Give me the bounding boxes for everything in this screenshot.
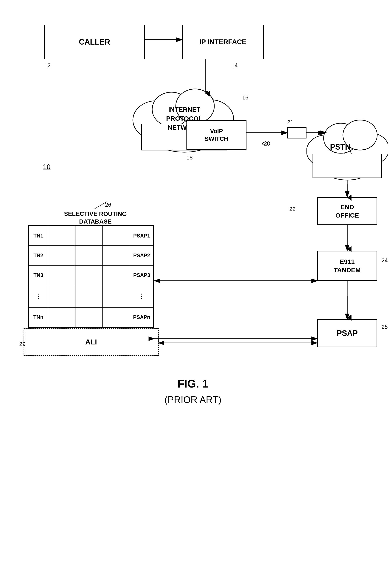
psap-ali-arrow	[21, 334, 332, 352]
srdb-title: SELECTIVE ROUTINGDATABASE	[36, 210, 154, 226]
tn1-cell: TN1	[29, 226, 48, 246]
empty2b	[75, 246, 102, 265]
square-to-pstn-arrow	[307, 130, 330, 137]
figure-sub: (PRIOR ART)	[120, 394, 266, 405]
endoffice-to-e911-arrow	[343, 225, 351, 253]
tn2-cell: TN2	[29, 246, 48, 265]
empty2a	[48, 246, 75, 265]
psap-label: PSAP	[337, 328, 358, 339]
table-row: TN2 PSAP2	[29, 246, 154, 265]
ip-to-cloud-arrow	[201, 59, 210, 98]
gateway-ref: 21	[287, 119, 294, 126]
end-office-ref: 22	[289, 206, 295, 212]
caller-box: CALLER	[44, 25, 145, 59]
tnn-cell: TNn	[29, 307, 48, 327]
ip-interface-box: IP INTERFACE	[182, 25, 264, 59]
empty1b	[75, 226, 102, 246]
caller-label: CALLER	[79, 37, 110, 47]
voip-switch-box: VoIPSWITCH	[186, 120, 246, 150]
internet-network-ref: 16	[242, 94, 248, 101]
pstn-label: PSTN	[330, 142, 351, 152]
caller-ref: 12	[44, 62, 51, 69]
emptynb	[75, 307, 102, 327]
table-row: TN1 PSAP1	[29, 226, 154, 246]
svg-rect-26	[313, 154, 381, 178]
caller-ref-text: 12	[44, 62, 51, 69]
table-row: TNn PSAPn	[29, 307, 154, 327]
end-office-label: ENDOFFICE	[336, 203, 359, 219]
psapn-cell: PSAPn	[130, 307, 154, 327]
ip-interface-ref: 14	[231, 62, 238, 69]
e911-tandem-label: E911TANDEM	[334, 257, 361, 274]
diagram-ref: 10	[43, 163, 51, 171]
e911-srdb-arrow	[21, 272, 332, 289]
line-ref-20: 20	[264, 140, 270, 147]
empty1c	[103, 226, 130, 246]
e911-tandem-ref: 24	[381, 257, 388, 264]
srdb-ref-line	[43, 197, 129, 210]
voip-switch-label: VoIPSWITCH	[205, 127, 228, 143]
diagram: CALLER 12 IP INTERFACE 14 INTERNETPROTOC…	[0, 0, 392, 565]
emptync	[103, 307, 130, 327]
ip-interface-label: IP INTERFACE	[199, 38, 246, 46]
empty1a	[48, 226, 75, 246]
psap1-cell: PSAP1	[130, 226, 154, 246]
psap-ref: 28	[381, 324, 388, 330]
emptyna	[48, 307, 75, 327]
empty2c	[103, 246, 130, 265]
figure-caption: FIG. 1	[129, 377, 257, 390]
caller-to-ip-arrow	[145, 38, 185, 44]
psap2-cell: PSAP2	[130, 246, 154, 265]
voip-switch-ref: 18	[186, 154, 193, 161]
svg-line-30	[94, 201, 107, 209]
e911-to-psap-arrow	[343, 281, 351, 322]
pstn-to-endoffice-arrow	[343, 184, 351, 201]
